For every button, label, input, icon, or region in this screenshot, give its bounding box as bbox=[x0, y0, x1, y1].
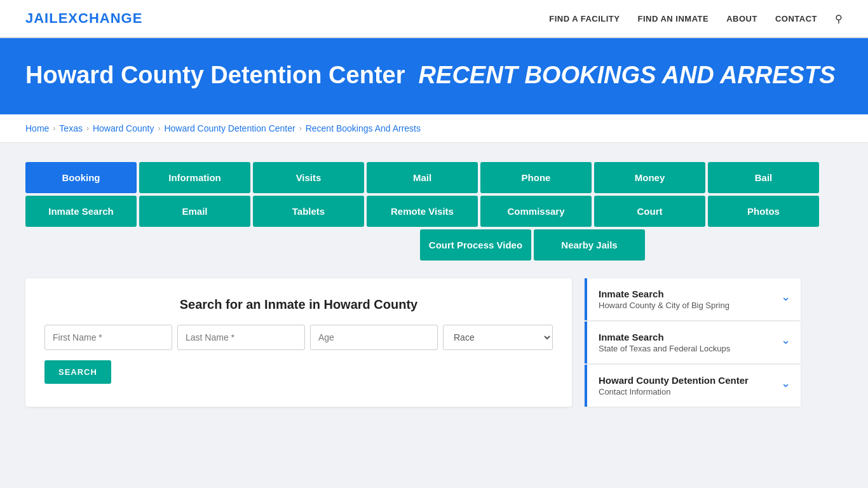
btn-remote-visits[interactable]: Remote Visits bbox=[367, 196, 478, 227]
hero-title-italic: RECENT BOOKINGS AND ARRESTS bbox=[419, 62, 836, 88]
logo[interactable]: JAILEXCHANGE bbox=[25, 10, 142, 27]
breadcrumb-sep-3: › bbox=[158, 124, 160, 133]
first-name-input[interactable] bbox=[44, 325, 172, 350]
inmate-search-box: Search for an Inmate in Howard County Ra… bbox=[25, 278, 572, 407]
sidebar-item-2-title: Inmate Search bbox=[599, 332, 730, 342]
chevron-down-icon-2: ⌄ bbox=[781, 333, 790, 347]
breadcrumb-sep-4: › bbox=[299, 124, 302, 133]
btn-money[interactable]: Money bbox=[594, 162, 705, 193]
sidebar-item-2-subtitle: State of Texas and Federal Lockups bbox=[599, 344, 730, 353]
breadcrumb-county[interactable]: Howard County bbox=[93, 123, 154, 133]
sidebar-item-2-text: Inmate Search State of Texas and Federal… bbox=[599, 332, 730, 353]
sidebar: Inmate Search Howard County & City of Bi… bbox=[585, 278, 801, 408]
sidebar-item-1-text: Inmate Search Howard County & City of Bi… bbox=[599, 288, 729, 310]
breadcrumb-sep-1: › bbox=[53, 124, 55, 133]
breadcrumb-home[interactable]: Home bbox=[25, 123, 49, 133]
header: JAILEXCHANGE FIND A FACILITY FIND AN INM… bbox=[0, 0, 868, 38]
main-nav: FIND A FACILITY FIND AN INMATE ABOUT CON… bbox=[549, 13, 843, 25]
search-button[interactable]: SEARCH bbox=[44, 360, 111, 384]
nav-find-inmate[interactable]: FIND AN INMATE bbox=[637, 14, 709, 24]
category-button-grid: Booking Information Visits Mail Phone Mo… bbox=[25, 162, 843, 261]
breadcrumb: Home › Texas › Howard County › Howard Co… bbox=[0, 114, 868, 143]
sidebar-item-3[interactable]: Howard County Detention Center Contact I… bbox=[585, 365, 801, 407]
btn-court[interactable]: Court bbox=[594, 196, 705, 227]
btn-inmate-search[interactable]: Inmate Search bbox=[25, 196, 137, 227]
sidebar-item-1-title: Inmate Search bbox=[599, 288, 729, 299]
logo-text-exchange: EXCHANGE bbox=[58, 10, 143, 26]
btn-tablets[interactable]: Tablets bbox=[253, 196, 364, 227]
sidebar-item-1-subtitle: Howard County & City of Big Spring bbox=[599, 301, 729, 310]
hero-title-main: Howard County Detention Center bbox=[25, 62, 405, 88]
button-row-3: Court Process Video Nearby Jails bbox=[25, 229, 843, 261]
chevron-down-icon-1: ⌄ bbox=[781, 290, 790, 304]
sidebar-item-2[interactable]: Inmate Search State of Texas and Federal… bbox=[585, 322, 801, 363]
nav-contact[interactable]: CONTACT bbox=[775, 14, 817, 24]
search-icon[interactable]: ⚲ bbox=[835, 13, 843, 25]
chevron-down-icon-3: ⌄ bbox=[781, 376, 790, 390]
nav-about[interactable]: ABOUT bbox=[726, 14, 757, 24]
page-title: Howard County Detention Center RECENT BO… bbox=[25, 61, 843, 90]
sidebar-item-3-title: Howard County Detention Center bbox=[599, 375, 749, 386]
btn-mail[interactable]: Mail bbox=[367, 162, 478, 193]
sidebar-item-3-subtitle: Contact Information bbox=[599, 387, 749, 396]
main-content: Booking Information Visits Mail Phone Mo… bbox=[0, 143, 868, 427]
last-name-input[interactable] bbox=[177, 325, 305, 350]
hero-section: Howard County Detention Center RECENT BO… bbox=[0, 38, 868, 114]
breadcrumb-texas[interactable]: Texas bbox=[59, 123, 83, 133]
sidebar-item-3-text: Howard County Detention Center Contact I… bbox=[599, 375, 749, 396]
nav-find-facility[interactable]: FIND A FACILITY bbox=[549, 14, 620, 24]
logo-text-jail: JAIL bbox=[25, 10, 58, 26]
btn-email[interactable]: Email bbox=[139, 196, 250, 227]
btn-phone[interactable]: Phone bbox=[480, 162, 592, 193]
search-title: Search for an Inmate in Howard County bbox=[44, 297, 553, 312]
button-row-2: Inmate Search Email Tablets Remote Visit… bbox=[25, 196, 843, 227]
btn-court-process-video[interactable]: Court Process Video bbox=[420, 229, 531, 261]
btn-photos[interactable]: Photos bbox=[708, 196, 819, 227]
breadcrumb-sep-2: › bbox=[86, 124, 89, 133]
sidebar-item-1[interactable]: Inmate Search Howard County & City of Bi… bbox=[585, 278, 801, 320]
btn-commissary[interactable]: Commissary bbox=[480, 196, 592, 227]
age-input[interactable] bbox=[310, 325, 438, 350]
btn-information[interactable]: Information bbox=[139, 162, 250, 193]
search-fields: Race bbox=[44, 325, 553, 350]
bottom-section: Search for an Inmate in Howard County Ra… bbox=[25, 278, 843, 408]
btn-booking[interactable]: Booking bbox=[25, 162, 137, 193]
btn-bail[interactable]: Bail bbox=[708, 162, 819, 193]
breadcrumb-current: Recent Bookings And Arrests bbox=[306, 123, 421, 133]
button-row-1: Booking Information Visits Mail Phone Mo… bbox=[25, 162, 843, 193]
btn-visits[interactable]: Visits bbox=[253, 162, 364, 193]
btn-nearby-jails[interactable]: Nearby Jails bbox=[534, 229, 645, 261]
race-select[interactable]: Race bbox=[443, 325, 553, 350]
breadcrumb-detention[interactable]: Howard County Detention Center bbox=[164, 123, 295, 133]
